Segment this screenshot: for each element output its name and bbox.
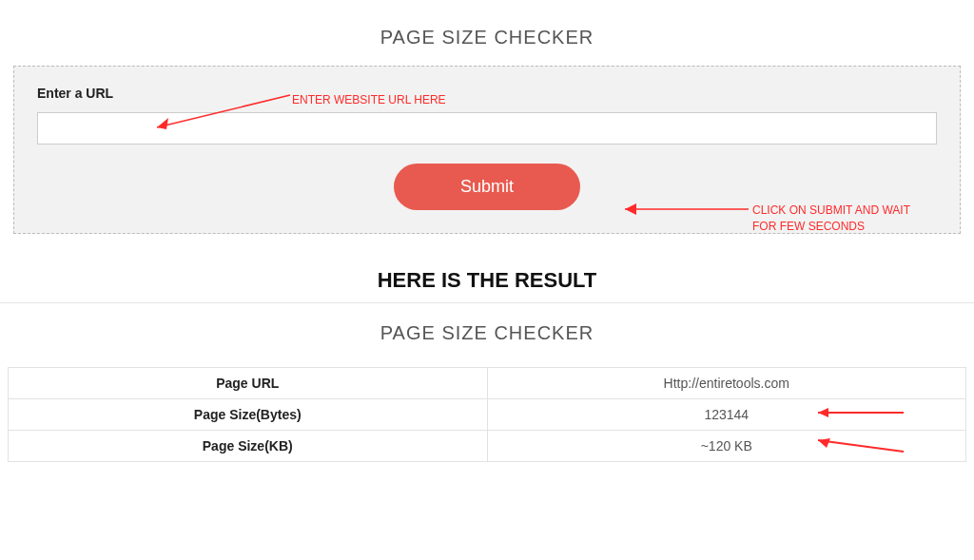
divider (0, 302, 974, 303)
table-row: Page URL Http://entiretools.com (9, 368, 966, 399)
arrow-annotation-icon (813, 436, 908, 455)
arrow-annotation-icon (813, 407, 908, 420)
result-title: PAGE SIZE CHECKER (0, 322, 974, 344)
svg-line-6 (818, 440, 904, 452)
table-row: Page Size(Bytes) 123144 (9, 399, 966, 431)
row-label: Page Size(Bytes) (9, 399, 488, 431)
submit-button[interactable]: Submit (394, 164, 580, 210)
page-title: PAGE SIZE CHECKER (0, 0, 974, 66)
row-value: Http://entiretools.com (487, 368, 966, 399)
row-label: Page URL (9, 368, 488, 399)
result-heading: HERE IS THE RESULT (0, 268, 974, 293)
value-text: ~120 KB (701, 438, 752, 454)
url-input[interactable] (37, 112, 937, 145)
annotation-enter-url: ENTER WEBSITE URL HERE (292, 93, 446, 106)
table-row: Page Size(KB) ~120 KB (9, 431, 966, 462)
svg-marker-5 (818, 408, 828, 417)
url-label: Enter a URL (37, 86, 937, 101)
row-label: Page Size(KB) (9, 431, 488, 462)
result-table: Page URL Http://entiretools.com Page Siz… (8, 367, 966, 462)
value-text: 123144 (704, 407, 749, 422)
svg-marker-7 (818, 438, 830, 448)
row-value: 123144 (487, 399, 966, 431)
annotation-click-submit: CLICK ON SUBMIT AND WAIT FOR FEW SECONDS (752, 203, 924, 235)
row-value: ~120 KB (487, 431, 966, 462)
url-form-panel: ENTER WEBSITE URL HERE Enter a URL Submi… (13, 66, 961, 234)
